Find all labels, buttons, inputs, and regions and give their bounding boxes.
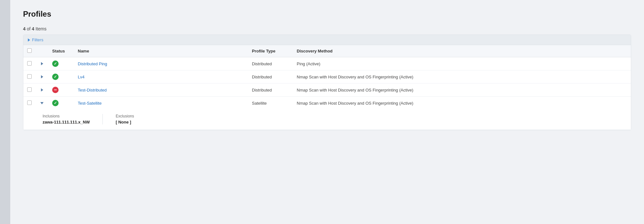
items-total-bold: 4: [32, 26, 34, 31]
arrow-right-icon: [41, 88, 43, 92]
table-row: Lv4 Distributed Nmap Scan with Host Disc…: [23, 70, 631, 84]
row-checkbox-cell: [23, 57, 36, 70]
col-discovery-header: Discovery Method: [293, 45, 631, 57]
row-name-cell: Test-Satellite: [74, 97, 248, 110]
header-row: Status Name Profile Type Discovery Metho…: [23, 45, 631, 57]
inclusions-section: Inclusions zawa-111.111.111.x_NW: [43, 114, 103, 124]
table-row: Test-Distributed Distributed Nmap Scan w…: [23, 84, 631, 97]
row-2-checkbox[interactable]: [27, 74, 32, 79]
items-count-bold: 4: [23, 26, 26, 31]
row-2-expand-btn[interactable]: [39, 74, 44, 79]
row-status-cell: [48, 84, 74, 97]
row-1-expand-btn[interactable]: [39, 61, 44, 66]
row-expand-cell: [36, 57, 48, 70]
row-expand-cell: [36, 97, 48, 110]
profiles-table: Status Name Profile Type Discovery Metho…: [23, 45, 631, 130]
table-row: Test-Satellite Satellite Nmap Scan with …: [23, 97, 631, 110]
status-green-icon: [52, 100, 59, 106]
sidebar-strip: [0, 0, 10, 224]
arrow-right-icon: [41, 62, 43, 65]
table-wrapper: Filters Status Name Profile Type: [23, 35, 631, 130]
row-profile-type-cell: Satellite: [248, 97, 293, 110]
row-discovery-cell: Ping (Active): [293, 57, 631, 70]
items-label: Items: [36, 26, 46, 31]
page-title: Profiles: [23, 10, 631, 19]
arrow-right-icon: [41, 75, 43, 78]
row-discovery-cell: Nmap Scan with Host Discovery and OS Fin…: [293, 97, 631, 110]
filters-triangle-icon: [28, 38, 30, 42]
row-4-checkbox[interactable]: [27, 100, 32, 105]
row-status-cell: [48, 70, 74, 84]
row-expand-cell: [36, 70, 48, 84]
items-count: 4 of 4 Items: [23, 26, 631, 31]
row-checkbox-cell: [23, 97, 36, 110]
exclusions-label: Exclusions: [116, 114, 134, 118]
row-profile-type-cell: Distributed: [248, 84, 293, 97]
row-checkbox-cell: [23, 70, 36, 84]
filters-bar[interactable]: Filters: [23, 35, 631, 45]
expanded-detail-row: Inclusions zawa-111.111.111.x_NW Exclusi…: [23, 109, 631, 130]
header-checkbox[interactable]: [27, 48, 32, 53]
row-status-cell: [48, 97, 74, 110]
page-container: Profiles 4 of 4 Items Filters Status: [10, 0, 644, 224]
inclusions-value: zawa-111.111.111.x_NW: [43, 120, 90, 124]
status-green-icon: [52, 74, 59, 80]
exclusions-value: [ None ]: [116, 120, 134, 124]
row-discovery-cell: Nmap Scan with Host Discovery and OS Fin…: [293, 84, 631, 97]
row-4-expand-btn[interactable]: [39, 100, 44, 106]
inclusions-label: Inclusions: [43, 114, 90, 118]
row-3-name-link[interactable]: Test-Distributed: [78, 88, 107, 92]
filters-label: Filters: [32, 37, 43, 42]
status-green-icon: [52, 60, 59, 67]
row-1-checkbox[interactable]: [27, 61, 32, 66]
row-1-name-link[interactable]: Distributed Ping: [78, 61, 107, 66]
col-name-header: Name: [74, 45, 248, 57]
row-status-cell: [48, 57, 74, 70]
table-row: Distributed Ping Distributed Ping (Activ…: [23, 57, 631, 70]
status-red-icon: [52, 87, 59, 93]
expanded-detail-cell: Inclusions zawa-111.111.111.x_NW Exclusi…: [23, 109, 631, 130]
row-expand-cell: [36, 84, 48, 97]
col-checkbox-header: [23, 45, 36, 57]
row-name-cell: Lv4: [74, 70, 248, 84]
row-3-checkbox[interactable]: [27, 87, 32, 92]
row-2-name-link[interactable]: Lv4: [78, 75, 85, 79]
exclusions-section: Exclusions [ None ]: [116, 114, 147, 124]
arrow-down-icon: [40, 102, 44, 104]
row-name-cell: Distributed Ping: [74, 57, 248, 70]
expanded-content: Inclusions zawa-111.111.111.x_NW Exclusi…: [23, 109, 631, 130]
col-expand-header: [36, 45, 48, 57]
row-checkbox-cell: [23, 84, 36, 97]
col-profile-type-header: Profile Type: [248, 45, 293, 57]
row-name-cell: Test-Distributed: [74, 84, 248, 97]
row-4-name-link[interactable]: Test-Satellite: [78, 101, 101, 106]
items-count-text: of: [27, 26, 32, 31]
table-body: Distributed Ping Distributed Ping (Activ…: [23, 57, 631, 130]
row-profile-type-cell: Distributed: [248, 57, 293, 70]
table-header: Status Name Profile Type Discovery Metho…: [23, 45, 631, 57]
row-profile-type-cell: Distributed: [248, 70, 293, 84]
row-discovery-cell: Nmap Scan with Host Discovery and OS Fin…: [293, 70, 631, 84]
row-3-expand-btn[interactable]: [39, 87, 44, 92]
col-status-header: Status: [48, 45, 74, 57]
